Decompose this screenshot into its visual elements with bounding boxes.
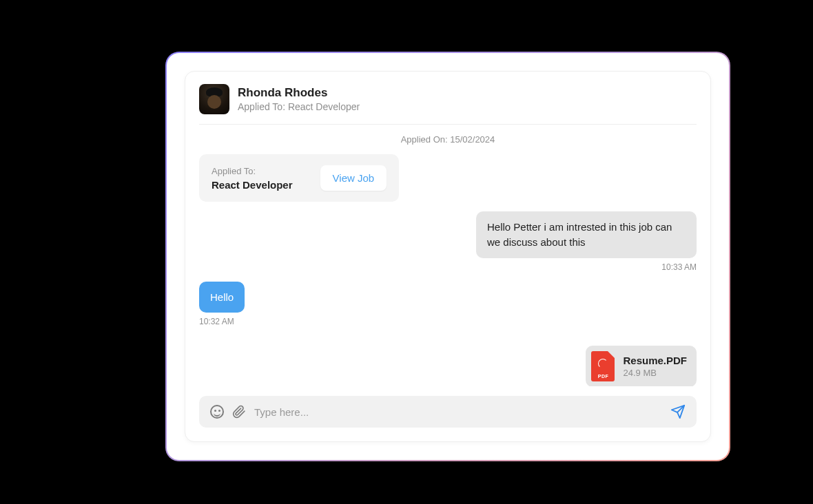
- chat-body: Applied On: 15/02/2024 Applied To: React…: [185, 125, 710, 386]
- contact-name: Rhonda Rhodes: [238, 86, 360, 100]
- paperclip-icon: [232, 405, 246, 419]
- file-info: Resume.PDF 24.9 MB: [623, 355, 687, 378]
- emoji-button[interactable]: [210, 405, 224, 419]
- chat-header: Rhonda Rhodes Applied To: React Develope…: [199, 72, 697, 125]
- message-input[interactable]: [254, 406, 662, 418]
- send-icon: [670, 404, 686, 419]
- file-attachment[interactable]: Resume.PDF 24.9 MB: [586, 346, 697, 386]
- chat-composer: [199, 396, 697, 428]
- job-applied-label: Applied To:: [212, 166, 293, 176]
- pdf-icon: [591, 351, 615, 381]
- contact-subtitle: Applied To: React Developer: [238, 101, 360, 112]
- chat-card: Rhonda Rhodes Applied To: React Develope…: [185, 71, 711, 442]
- smiley-icon: [210, 405, 224, 419]
- attach-button[interactable]: [232, 405, 246, 419]
- message-outgoing: Hello 10:32 AM: [199, 282, 697, 327]
- job-role: React Developer: [212, 179, 293, 191]
- header-text: Rhonda Rhodes Applied To: React Develope…: [238, 86, 360, 112]
- applied-on-label: Applied On: 15/02/2024: [199, 125, 697, 154]
- job-card: Applied To: React Developer View Job: [199, 154, 399, 202]
- view-job-button[interactable]: View Job: [320, 165, 387, 191]
- message-bubble: Hello: [199, 282, 245, 313]
- app-inner: Rhonda Rhodes Applied To: React Develope…: [167, 53, 729, 460]
- job-info: Applied To: React Developer: [212, 166, 293, 191]
- message-time: 10:33 AM: [661, 262, 697, 272]
- message-time: 10:32 AM: [199, 317, 234, 326]
- message-bubble: Hello Petter i am intrested in this job …: [476, 211, 697, 258]
- send-button[interactable]: [670, 404, 686, 419]
- file-size: 24.9 MB: [623, 368, 687, 378]
- file-name: Resume.PDF: [623, 355, 687, 366]
- avatar: [199, 84, 229, 114]
- message-file: Resume.PDF 24.9 MB: [199, 346, 697, 386]
- message-incoming: Hello Petter i am intrested in this job …: [199, 211, 697, 272]
- app-frame: Rhonda Rhodes Applied To: React Develope…: [165, 52, 730, 461]
